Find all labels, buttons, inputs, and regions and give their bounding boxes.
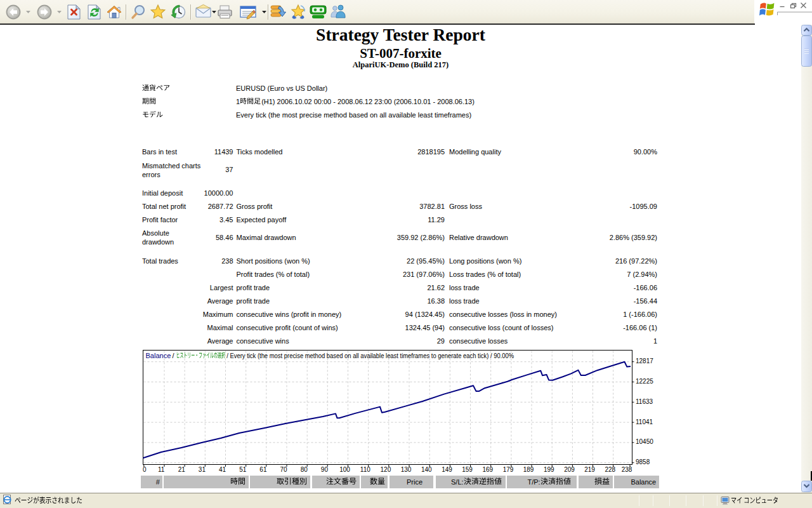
svg-text:219: 219: [584, 466, 595, 473]
svg-text:70: 70: [280, 466, 288, 473]
svg-text:9858: 9858: [636, 458, 650, 465]
svg-text:120: 120: [381, 466, 391, 473]
svg-text:140: 140: [421, 466, 432, 473]
svg-text:169: 169: [482, 466, 493, 473]
svg-text:11633: 11633: [636, 398, 653, 405]
svg-text:61: 61: [259, 466, 267, 473]
svg-text:189: 189: [523, 466, 534, 473]
svg-text:31: 31: [199, 466, 206, 473]
svg-text:179: 179: [503, 466, 514, 473]
svg-text:80: 80: [301, 466, 308, 473]
svg-text:149: 149: [442, 466, 452, 473]
svg-text:110: 110: [360, 466, 370, 473]
svg-text:21: 21: [178, 466, 186, 473]
svg-text:100: 100: [339, 466, 350, 473]
svg-text:Balance: Balance: [146, 352, 171, 359]
svg-text:90: 90: [321, 466, 329, 473]
svg-text:51: 51: [239, 466, 247, 473]
svg-text:12225: 12225: [636, 378, 653, 385]
svg-text:11: 11: [158, 466, 165, 473]
svg-text:12817: 12817: [636, 358, 653, 364]
svg-text:0: 0: [143, 466, 147, 473]
svg-text:209: 209: [564, 466, 575, 473]
svg-text:238: 238: [622, 466, 632, 473]
svg-text:228: 228: [605, 466, 615, 473]
svg-text:/ Every tick (the most precise: / Every tick (the most precise method ba…: [226, 352, 514, 359]
svg-text:159: 159: [462, 466, 473, 473]
svg-text:199: 199: [544, 466, 554, 473]
svg-text:10450: 10450: [636, 438, 653, 445]
svg-text:41: 41: [219, 466, 226, 473]
svg-text:11041: 11041: [636, 418, 653, 425]
svg-text:130: 130: [401, 466, 412, 473]
